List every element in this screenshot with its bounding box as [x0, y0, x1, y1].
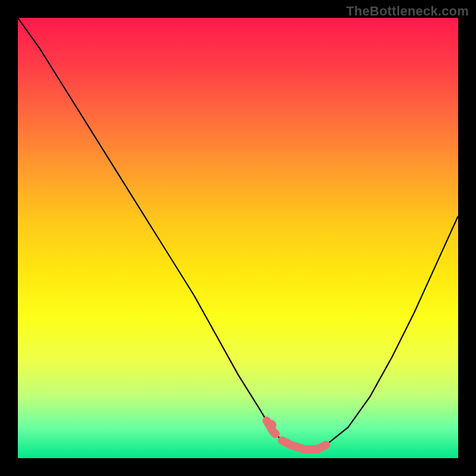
- highlight-dot: [266, 420, 277, 431]
- curve-layer: [18, 18, 458, 458]
- plot-area: [18, 18, 458, 458]
- highlight-segment-2: [282, 440, 326, 449]
- chart-frame: TheBottleneck.com: [0, 0, 476, 476]
- watermark-text: TheBottleneck.com: [346, 4, 469, 19]
- bottleneck-curve: [18, 18, 458, 449]
